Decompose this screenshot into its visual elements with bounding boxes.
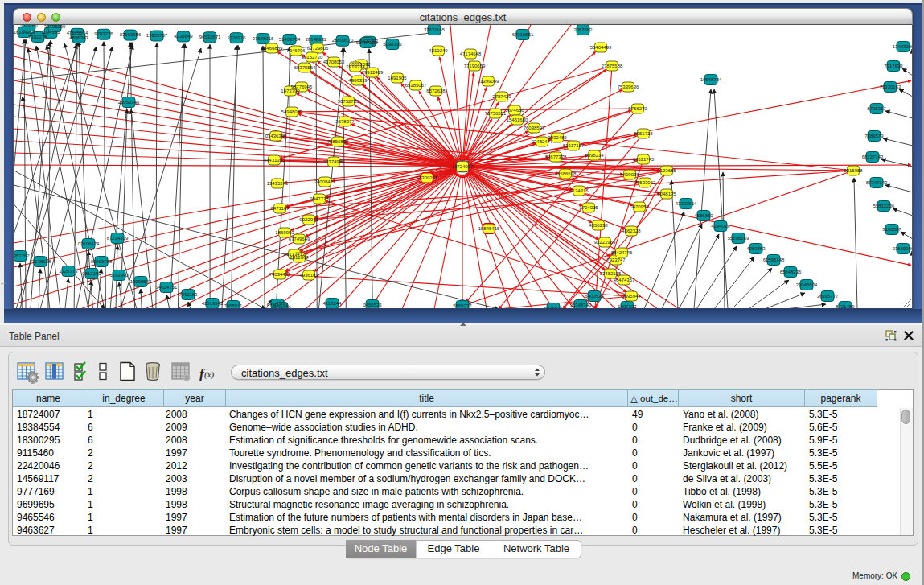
- svg-text:9134316: 9134316: [569, 188, 589, 193]
- svg-text:0812191: 0812191: [82, 271, 101, 276]
- svg-text:73178108: 73178108: [30, 259, 51, 264]
- svg-text:20053346: 20053346: [118, 100, 140, 105]
- svg-text:65375564: 65375564: [294, 65, 316, 70]
- svg-text:28148932: 28148932: [306, 37, 327, 42]
- svg-text:37631165: 37631165: [424, 27, 446, 32]
- svg-text:77190659: 77190659: [464, 64, 486, 68]
- svg-text:4966319: 4966319: [348, 78, 368, 83]
- svg-text:61586578: 61586578: [555, 171, 577, 176]
- svg-text:1473799: 1473799: [281, 89, 300, 93]
- svg-text:1031051: 1031051: [19, 25, 39, 28]
- svg-text:96532871: 96532871: [199, 35, 221, 39]
- svg-text:10648784: 10648784: [700, 77, 722, 82]
- svg-text:4238849: 4238849: [174, 34, 193, 39]
- svg-text:9022941: 9022941: [299, 217, 318, 222]
- svg-text:55698169: 55698169: [728, 236, 749, 241]
- svg-text:01436349: 01436349: [265, 134, 287, 138]
- svg-text:4118244: 4118244: [323, 301, 343, 306]
- svg-text:5869232: 5869232: [453, 303, 472, 308]
- svg-text:01399049: 01399049: [478, 79, 499, 84]
- svg-text:4562328: 4562328: [622, 229, 641, 233]
- svg-text:13435240: 13435240: [267, 181, 289, 186]
- svg-text:2087682: 2087682: [573, 27, 593, 32]
- svg-text:6048175: 6048175: [657, 192, 676, 196]
- svg-text:4586850: 4586850: [694, 213, 713, 218]
- svg-text:5674680: 5674680: [505, 108, 524, 113]
- svg-text:61595148: 61595148: [763, 257, 785, 262]
- svg-text:76320163: 76320163: [880, 84, 901, 89]
- svg-text:76038597: 76038597: [524, 126, 545, 130]
- svg-text:2787429: 2787429: [492, 94, 511, 99]
- svg-text:67749649: 67749649: [289, 237, 310, 241]
- svg-text:1869993: 1869993: [275, 230, 294, 235]
- svg-text:65185067: 65185067: [405, 83, 427, 88]
- svg-text:1326773: 1326773: [59, 269, 78, 274]
- svg-text:6398214: 6398214: [585, 153, 604, 158]
- svg-text:43303654: 43303654: [676, 201, 697, 206]
- svg-text:29946804: 29946804: [796, 282, 818, 287]
- svg-text:61317127: 61317127: [563, 143, 585, 148]
- svg-text:13433200: 13433200: [893, 44, 913, 49]
- svg-text:16998543: 16998543: [130, 279, 152, 284]
- svg-text:50752735: 50752735: [338, 99, 359, 104]
- svg-text:05466889: 05466889: [261, 46, 283, 51]
- svg-text:4294019: 4294019: [711, 224, 730, 229]
- svg-text:65648236: 65648236: [780, 270, 802, 274]
- svg-text:7868011: 7868011: [224, 303, 244, 308]
- svg-text:65787133: 65787133: [356, 40, 378, 45]
- svg-text:02621745: 02621745: [633, 157, 655, 162]
- svg-text:3166587: 3166587: [882, 227, 901, 232]
- svg-text:67010651: 67010651: [512, 32, 534, 37]
- svg-text:3695944: 3695944: [622, 294, 641, 299]
- svg-text:03669096: 03669096: [893, 246, 913, 251]
- svg-text:62729806: 62729806: [307, 46, 329, 51]
- svg-text:7346706: 7346706: [286, 48, 306, 53]
- svg-text:34738299: 34738299: [44, 25, 66, 29]
- svg-text:4060883: 4060883: [746, 246, 766, 251]
- svg-text:7923747: 7923747: [606, 257, 626, 262]
- svg-text:35348740: 35348740: [570, 303, 592, 307]
- svg-text:2812067: 2812067: [290, 255, 309, 260]
- svg-text:4936183: 4936183: [299, 273, 318, 278]
- svg-text:5098393: 5098393: [383, 42, 402, 47]
- svg-text:54948083: 54948083: [281, 109, 303, 114]
- svg-text:90162720: 90162720: [302, 55, 323, 60]
- svg-text:75339636: 75339636: [618, 84, 639, 89]
- svg-text:7182278: 7182278: [28, 35, 47, 39]
- svg-text:8721489: 8721489: [836, 304, 855, 309]
- svg-text:0471167: 0471167: [271, 206, 290, 211]
- svg-text:(x): (x): [204, 369, 215, 380]
- svg-text:23374989: 23374989: [323, 159, 345, 164]
- svg-text:84677378: 84677378: [545, 154, 567, 159]
- svg-text:05009788: 05009788: [91, 259, 113, 264]
- svg-text:44431351: 44431351: [264, 158, 285, 163]
- svg-text:74034471: 74034471: [269, 272, 291, 277]
- svg-text:18300295: 18300295: [417, 175, 438, 180]
- svg-text:46474367: 46474367: [614, 278, 635, 282]
- svg-text:6409097: 6409097: [620, 172, 639, 177]
- svg-text:6193990: 6193990: [109, 273, 129, 278]
- svg-text:36995777: 36995777: [817, 294, 839, 299]
- svg-text:4210249: 4210249: [429, 48, 448, 53]
- svg-text:8708317: 8708317: [867, 106, 886, 111]
- svg-text:39533942: 39533942: [634, 180, 656, 185]
- svg-text:78856855: 78856855: [327, 139, 349, 144]
- svg-text:7123685: 7123685: [657, 168, 676, 173]
- svg-text:29912419: 29912419: [362, 70, 384, 75]
- svg-text:7917693: 7917693: [884, 64, 903, 68]
- svg-text:83503056: 83503056: [120, 32, 142, 37]
- svg-text:28809570: 28809570: [332, 38, 354, 43]
- svg-text:0470952: 0470952: [630, 204, 649, 209]
- svg-text:13953767: 13953767: [146, 33, 168, 38]
- svg-text:34624751: 34624751: [156, 285, 178, 290]
- svg-text:87234309: 87234309: [107, 236, 129, 241]
- svg-text:3215958: 3215958: [844, 168, 863, 173]
- svg-text:0947775: 0947775: [310, 196, 329, 201]
- svg-text:68727743: 68727743: [862, 154, 884, 159]
- svg-text:0932480: 0932480: [548, 135, 567, 140]
- svg-text:92221969: 92221969: [594, 240, 616, 245]
- svg-text:15451680: 15451680: [507, 117, 528, 122]
- svg-text:15845415: 15845415: [478, 226, 500, 231]
- svg-text:47174648: 47174648: [460, 51, 482, 56]
- svg-text:5766270: 5766270: [628, 106, 647, 111]
